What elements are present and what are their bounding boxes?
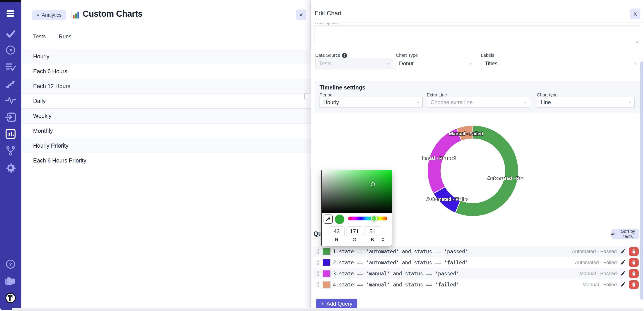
add-query-button[interactable]: + Add Query (316, 298, 357, 309)
data-source-select[interactable]: Tests▼ (315, 58, 393, 69)
list-item-label: Daily (33, 98, 46, 104)
chart-list-item[interactable]: Monthly (22, 124, 311, 138)
hue-slider[interactable] (348, 217, 387, 220)
description-textarea[interactable] (314, 25, 640, 44)
query-text: 1.state == 'automated' and status == 'pa… (333, 248, 468, 254)
tests-check-icon[interactable] (5, 28, 16, 40)
chevron-down-icon: ▼ (387, 62, 390, 65)
saturation-handle[interactable] (371, 182, 375, 186)
chevron-down-icon: ▼ (628, 101, 632, 104)
runs-play-icon[interactable] (5, 44, 16, 56)
drag-handle-icon[interactable] (316, 260, 320, 265)
description-label-clipped: Description (315, 23, 360, 25)
donut-segment-label: Manual - Failed (449, 131, 483, 136)
query-color-swatch[interactable] (322, 259, 330, 266)
blue-label: B (364, 237, 380, 242)
bar-chart-icon (72, 11, 80, 20)
sort-by-tests-button[interactable]: Sort by tests (611, 229, 639, 239)
analytics-chart-icon[interactable] (5, 128, 16, 140)
edit-query-button[interactable] (620, 260, 626, 265)
steps-icon[interactable] (5, 78, 16, 90)
drawer-scrollbar-thumb[interactable] (640, 61, 643, 300)
period-select[interactable]: Hourly▼ (320, 97, 423, 108)
import-icon[interactable] (5, 111, 16, 123)
chart-list-item[interactable]: Each 6 Hours Priority (22, 153, 311, 168)
horizontal-scrollbar[interactable] (12, 308, 644, 311)
blue-input[interactable] (364, 226, 380, 236)
red-input[interactable] (329, 226, 344, 236)
chart-list-item[interactable]: Each 12 Hours (22, 79, 311, 94)
list-item-label: Monthly (33, 128, 53, 134)
chart-list-item[interactable]: Hourly (22, 49, 311, 64)
tab-tests[interactable]: Tests (33, 33, 46, 40)
delete-query-button[interactable] (629, 258, 638, 267)
query-color-swatch[interactable] (322, 248, 330, 255)
eyedropper-button[interactable] (324, 214, 332, 224)
list-scrollbar-thumb[interactable] (304, 93, 307, 99)
pulse-icon[interactable] (5, 94, 16, 106)
extra-line-select[interactable]: Choose extra line▼ (427, 97, 530, 108)
edit-query-button[interactable] (620, 271, 626, 276)
tab-runs[interactable]: Runs (59, 33, 72, 40)
query-color-swatch[interactable] (322, 281, 330, 288)
back-to-analytics-button[interactable]: « Analytics (32, 10, 66, 20)
logo-icon[interactable] (5, 292, 16, 304)
timeline-settings-heading: Timeline settings (320, 84, 366, 91)
current-color-swatch (335, 214, 344, 224)
delete-query-button[interactable] (629, 269, 638, 278)
timeline-chart-type-select[interactable]: Line▼ (537, 97, 634, 108)
menu-icon[interactable] (5, 8, 16, 19)
chart-type-select[interactable]: Donut▼ (395, 58, 475, 69)
drag-handle-icon[interactable] (316, 282, 320, 287)
edit-query-button[interactable] (620, 248, 626, 254)
green-input[interactable] (346, 226, 362, 236)
drag-handle-icon[interactable] (316, 271, 320, 276)
color-mode-toggle-icon[interactable] (381, 237, 384, 242)
edit-query-button[interactable] (620, 282, 626, 287)
chart-list-item[interactable]: Daily (22, 94, 311, 109)
red-label: R (329, 237, 344, 242)
plans-list-check-icon[interactable] (5, 61, 16, 73)
hue-handle[interactable] (371, 215, 377, 221)
labels-select[interactable]: Titles▼ (481, 58, 640, 69)
close-drawer-button[interactable]: X (630, 9, 640, 19)
query-list: 1.state == 'automated' and status == 'pa… (314, 246, 640, 290)
plus-icon: + (321, 301, 324, 307)
donut-segment-label: Automated - Passed (487, 176, 524, 181)
list-item-label: Each 12 Hours (33, 83, 70, 90)
list-item-label: Hourly (33, 53, 49, 60)
list-item-label: Hourly Priority (33, 142, 68, 149)
timeline-settings-card: Timeline settings Period Extra Line Char… (314, 81, 640, 113)
query-title-label: Manual - Passed (580, 271, 617, 276)
chevron-down-icon: ▼ (469, 62, 472, 65)
pencil-icon (620, 260, 626, 265)
query-row: 3.state == 'manual' and status == 'passe… (314, 268, 640, 279)
settings-gear-icon[interactable] (5, 162, 16, 174)
drag-handle-icon[interactable] (316, 248, 320, 254)
data-source-label: Data Source ? (315, 53, 347, 58)
chart-list-item[interactable]: Each 6 Hours (22, 64, 311, 79)
delete-query-button[interactable] (629, 280, 638, 289)
trash-icon (631, 282, 636, 287)
branches-icon[interactable] (5, 145, 16, 157)
help-icon[interactable]: ? (5, 258, 16, 270)
projects-folder-icon[interactable] (5, 275, 16, 287)
pencil-icon (620, 248, 626, 254)
app-sidebar: ? (0, 0, 22, 310)
help-circle-icon[interactable]: ? (342, 53, 347, 58)
pencil-icon (620, 271, 626, 276)
saturation-area[interactable] (322, 170, 392, 213)
collapse-panel-button[interactable]: × (296, 10, 306, 20)
list-item-label: Each 6 Hours (33, 68, 67, 75)
chart-list-item[interactable]: Weekly (22, 109, 311, 124)
green-label: G (346, 237, 362, 242)
custom-charts-panel: « Analytics Custom Charts × Tests Runs H… (22, 0, 311, 311)
query-title-label: Manual - Failed (582, 282, 617, 287)
delete-query-button[interactable] (629, 247, 638, 256)
chevron-down-icon: ▼ (524, 101, 527, 104)
donut-segment-label: Automated - Failed (426, 196, 469, 202)
pencil-icon (620, 282, 626, 287)
query-color-swatch[interactable] (322, 270, 330, 277)
query-text: 3.state == 'manual' and status == 'passe… (333, 271, 459, 276)
chart-list-item[interactable]: Hourly Priority (22, 138, 311, 153)
